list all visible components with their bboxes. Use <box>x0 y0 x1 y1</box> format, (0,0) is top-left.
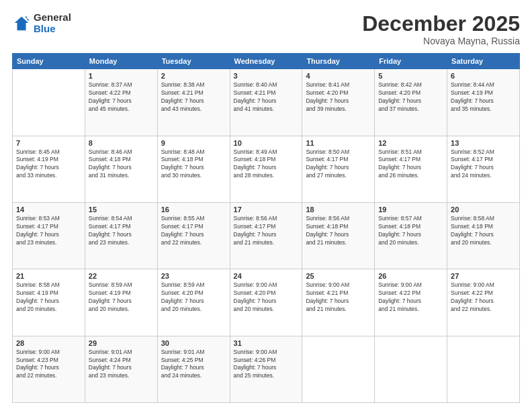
week-row-1: 7Sunrise: 8:45 AM Sunset: 4:19 PM Daylig… <box>13 136 520 202</box>
day-info: Sunrise: 8:40 AM Sunset: 4:21 PM Dayligh… <box>234 81 299 113</box>
day-number: 5 <box>378 72 443 80</box>
weekday-header-thursday: Thursday <box>302 54 375 69</box>
title-block: December 2025 Novaya Mayna, Russia <box>362 12 520 46</box>
day-info: Sunrise: 8:56 AM Sunset: 4:18 PM Dayligh… <box>306 215 371 247</box>
calendar-cell: 24Sunrise: 9:00 AM Sunset: 4:20 PM Dayli… <box>230 269 302 336</box>
day-info: Sunrise: 9:00 AM Sunset: 4:26 PM Dayligh… <box>234 349 299 381</box>
logo: General Blue <box>12 12 71 34</box>
calendar-cell: 7Sunrise: 8:45 AM Sunset: 4:19 PM Daylig… <box>13 136 85 202</box>
day-info: Sunrise: 8:59 AM Sunset: 4:20 PM Dayligh… <box>161 281 226 314</box>
calendar-cell: 15Sunrise: 8:54 AM Sunset: 4:17 PM Dayli… <box>85 202 157 269</box>
day-info: Sunrise: 8:45 AM Sunset: 4:19 PM Dayligh… <box>16 148 81 181</box>
day-number: 6 <box>451 72 516 80</box>
week-row-3: 21Sunrise: 8:58 AM Sunset: 4:19 PM Dayli… <box>13 269 520 336</box>
day-info: Sunrise: 8:57 AM Sunset: 4:18 PM Dayligh… <box>378 215 443 247</box>
month-title: December 2025 <box>362 12 520 36</box>
calendar-cell: 6Sunrise: 8:44 AM Sunset: 4:19 PM Daylig… <box>447 69 520 136</box>
calendar-cell <box>302 336 375 402</box>
calendar-cell: 28Sunrise: 9:00 AM Sunset: 4:23 PM Dayli… <box>13 336 85 402</box>
day-number: 3 <box>234 72 299 80</box>
location: Novaya Mayna, Russia <box>362 36 520 46</box>
day-number: 9 <box>161 139 226 147</box>
calendar-cell <box>13 69 85 136</box>
calendar-cell: 20Sunrise: 8:58 AM Sunset: 4:18 PM Dayli… <box>447 202 520 269</box>
day-info: Sunrise: 9:00 AM Sunset: 4:20 PM Dayligh… <box>234 281 299 314</box>
weekday-header-saturday: Saturday <box>447 54 520 69</box>
day-number: 1 <box>89 72 154 80</box>
weekday-row: SundayMondayTuesdayWednesdayThursdayFrid… <box>13 54 520 69</box>
day-info: Sunrise: 8:51 AM Sunset: 4:17 PM Dayligh… <box>378 148 443 181</box>
page: General Blue December 2025 Novaya Mayna,… <box>0 0 532 411</box>
calendar-body: 1Sunrise: 8:37 AM Sunset: 4:22 PM Daylig… <box>13 69 520 403</box>
day-number: 11 <box>306 139 371 147</box>
day-number: 2 <box>161 72 226 80</box>
weekday-header-sunday: Sunday <box>13 54 85 69</box>
calendar-cell: 26Sunrise: 9:00 AM Sunset: 4:22 PM Dayli… <box>375 269 447 336</box>
calendar-cell: 23Sunrise: 8:59 AM Sunset: 4:20 PM Dayli… <box>157 269 230 336</box>
day-number: 21 <box>16 272 81 280</box>
calendar-cell <box>447 336 520 402</box>
calendar: SundayMondayTuesdayWednesdayThursdayFrid… <box>12 53 520 403</box>
calendar-cell: 31Sunrise: 9:00 AM Sunset: 4:26 PM Dayli… <box>230 336 302 402</box>
day-number: 30 <box>161 339 226 347</box>
weekday-header-friday: Friday <box>375 54 447 69</box>
day-number: 25 <box>306 272 371 280</box>
day-info: Sunrise: 8:58 AM Sunset: 4:19 PM Dayligh… <box>16 281 81 314</box>
logo-blue-text: Blue <box>34 24 71 35</box>
logo-general-text: General <box>34 12 71 24</box>
calendar-cell: 11Sunrise: 8:50 AM Sunset: 4:17 PM Dayli… <box>302 136 375 202</box>
week-row-4: 28Sunrise: 9:00 AM Sunset: 4:23 PM Dayli… <box>13 336 520 402</box>
calendar-cell: 9Sunrise: 8:48 AM Sunset: 4:18 PM Daylig… <box>157 136 230 202</box>
day-number: 4 <box>306 72 371 80</box>
day-number: 18 <box>306 205 371 214</box>
day-info: Sunrise: 8:53 AM Sunset: 4:17 PM Dayligh… <box>16 215 81 247</box>
day-number: 16 <box>161 205 226 214</box>
day-info: Sunrise: 8:52 AM Sunset: 4:17 PM Dayligh… <box>451 148 516 181</box>
calendar-cell: 4Sunrise: 8:41 AM Sunset: 4:20 PM Daylig… <box>302 69 375 136</box>
calendar-cell: 10Sunrise: 8:49 AM Sunset: 4:18 PM Dayli… <box>230 136 302 202</box>
day-info: Sunrise: 8:42 AM Sunset: 4:20 PM Dayligh… <box>378 81 443 113</box>
calendar-header: SundayMondayTuesdayWednesdayThursdayFrid… <box>13 54 520 69</box>
day-info: Sunrise: 9:01 AM Sunset: 4:24 PM Dayligh… <box>89 349 154 381</box>
day-number: 26 <box>378 272 443 280</box>
weekday-header-monday: Monday <box>85 54 157 69</box>
day-info: Sunrise: 8:58 AM Sunset: 4:18 PM Dayligh… <box>451 215 516 247</box>
day-number: 24 <box>234 272 299 280</box>
calendar-cell: 18Sunrise: 8:56 AM Sunset: 4:18 PM Dayli… <box>302 202 375 269</box>
svg-marker-0 <box>15 16 29 30</box>
day-info: Sunrise: 8:49 AM Sunset: 4:18 PM Dayligh… <box>234 148 299 181</box>
day-info: Sunrise: 8:41 AM Sunset: 4:20 PM Dayligh… <box>306 81 371 113</box>
day-info: Sunrise: 9:00 AM Sunset: 4:23 PM Dayligh… <box>16 349 81 381</box>
day-number: 27 <box>451 272 516 280</box>
day-number: 28 <box>16 339 81 347</box>
header: General Blue December 2025 Novaya Mayna,… <box>12 12 520 46</box>
week-row-0: 1Sunrise: 8:37 AM Sunset: 4:22 PM Daylig… <box>13 69 520 136</box>
logo-icon <box>12 14 31 33</box>
svg-marker-1 <box>25 16 30 20</box>
day-number: 15 <box>89 205 154 214</box>
calendar-cell: 22Sunrise: 8:59 AM Sunset: 4:19 PM Dayli… <box>85 269 157 336</box>
day-number: 19 <box>378 205 443 214</box>
calendar-cell: 13Sunrise: 8:52 AM Sunset: 4:17 PM Dayli… <box>447 136 520 202</box>
week-row-2: 14Sunrise: 8:53 AM Sunset: 4:17 PM Dayli… <box>13 202 520 269</box>
day-number: 14 <box>16 205 81 214</box>
day-number: 7 <box>16 139 81 147</box>
calendar-cell: 30Sunrise: 9:01 AM Sunset: 4:25 PM Dayli… <box>157 336 230 402</box>
day-number: 8 <box>89 139 154 147</box>
day-info: Sunrise: 8:37 AM Sunset: 4:22 PM Dayligh… <box>89 81 154 113</box>
day-number: 12 <box>378 139 443 147</box>
calendar-cell <box>375 336 447 402</box>
calendar-cell: 16Sunrise: 8:55 AM Sunset: 4:17 PM Dayli… <box>157 202 230 269</box>
day-info: Sunrise: 9:00 AM Sunset: 4:22 PM Dayligh… <box>378 281 443 314</box>
day-info: Sunrise: 9:01 AM Sunset: 4:25 PM Dayligh… <box>161 349 226 381</box>
calendar-cell: 2Sunrise: 8:38 AM Sunset: 4:21 PM Daylig… <box>157 69 230 136</box>
day-info: Sunrise: 8:54 AM Sunset: 4:17 PM Dayligh… <box>89 215 154 247</box>
calendar-cell: 12Sunrise: 8:51 AM Sunset: 4:17 PM Dayli… <box>375 136 447 202</box>
day-number: 20 <box>451 205 516 214</box>
calendar-cell: 21Sunrise: 8:58 AM Sunset: 4:19 PM Dayli… <box>13 269 85 336</box>
calendar-cell: 1Sunrise: 8:37 AM Sunset: 4:22 PM Daylig… <box>85 69 157 136</box>
day-info: Sunrise: 8:46 AM Sunset: 4:18 PM Dayligh… <box>89 148 154 181</box>
calendar-cell: 25Sunrise: 9:00 AM Sunset: 4:21 PM Dayli… <box>302 269 375 336</box>
day-info: Sunrise: 8:44 AM Sunset: 4:19 PM Dayligh… <box>451 81 516 113</box>
weekday-header-tuesday: Tuesday <box>157 54 230 69</box>
